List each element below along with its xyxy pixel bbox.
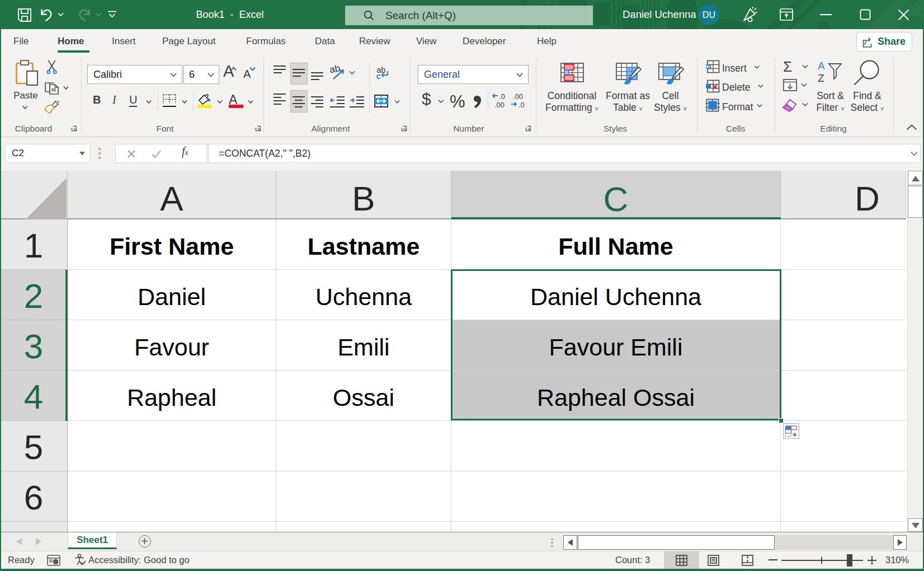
svg-text:c: c <box>376 71 381 80</box>
svg-text:Z: Z <box>818 72 824 84</box>
svg-text:.00: .00 <box>513 92 523 101</box>
svg-text:.0: .0 <box>499 92 505 101</box>
svg-text:.00: .00 <box>494 101 505 109</box>
svg-text:.0: .0 <box>518 101 525 109</box>
svg-text:A: A <box>818 60 825 72</box>
